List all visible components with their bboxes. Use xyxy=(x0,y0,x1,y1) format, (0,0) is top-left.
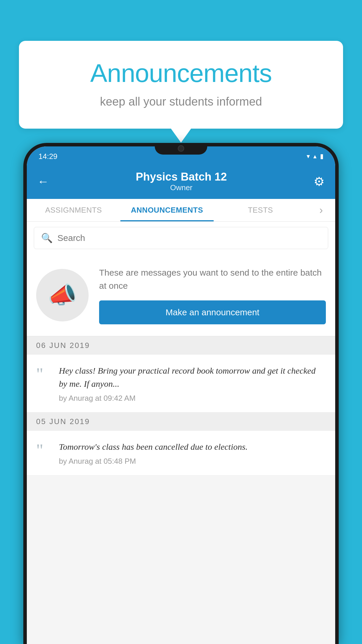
date-separator-2: 05 JUN 2019 xyxy=(27,412,335,431)
announcement-content-1: Hey class! Bring your practical record b… xyxy=(59,364,326,403)
announcement-item-2: " Tomorrow's class has been cancelled du… xyxy=(27,431,335,475)
make-announcement-button[interactable]: Make an announcement xyxy=(99,300,326,324)
speech-bubble-section: Announcements keep all your students inf… xyxy=(19,41,343,129)
megaphone-icon: 📣 xyxy=(48,281,77,309)
announcement-text-2: Tomorrow's class has been cancelled due … xyxy=(59,440,326,453)
battery-icon: ▮ xyxy=(320,153,324,160)
speech-bubble: Announcements keep all your students inf… xyxy=(19,41,343,129)
header-subtitle: Owner xyxy=(136,183,227,192)
bubble-title: Announcements xyxy=(39,58,323,88)
date-separator-1: 06 JUN 2019 xyxy=(27,336,335,355)
status-icons: ▾ ▴ ▮ xyxy=(307,153,324,160)
camera-notch xyxy=(178,145,184,152)
search-container: 🔍 xyxy=(27,222,335,254)
wifi-icon: ▾ xyxy=(307,153,310,160)
bubble-subtitle: keep all your students informed xyxy=(39,95,323,108)
quote-icon-2: " xyxy=(36,441,51,459)
promo-description: These are messages you want to send to t… xyxy=(99,266,326,292)
header-title: Physics Batch 12 xyxy=(136,171,227,183)
promo-icon-circle: 📣 xyxy=(36,269,89,321)
quote-icon-1: " xyxy=(36,365,51,383)
tab-announcements[interactable]: ANNOUNCEMENTS xyxy=(120,199,214,221)
announcement-meta-1: by Anurag at 09:42 AM xyxy=(59,394,326,403)
tab-more[interactable]: › xyxy=(307,199,335,221)
tab-tests[interactable]: TESTS xyxy=(214,199,307,221)
announcement-text-1: Hey class! Bring your practical record b… xyxy=(59,364,326,390)
settings-icon[interactable]: ⚙ xyxy=(314,174,325,189)
phone-notch xyxy=(155,143,207,155)
announcement-meta-2: by Anurag at 05:48 PM xyxy=(59,457,326,466)
search-icon: 🔍 xyxy=(41,232,53,244)
header-title-group: Physics Batch 12 Owner xyxy=(136,171,227,192)
announcement-promo: 📣 These are messages you want to send to… xyxy=(27,254,335,336)
signal-icon: ▴ xyxy=(313,153,317,160)
announcement-content-2: Tomorrow's class has been cancelled due … xyxy=(59,440,326,466)
app-header: ← Physics Batch 12 Owner ⚙ xyxy=(27,164,335,199)
promo-content: These are messages you want to send to t… xyxy=(99,266,326,324)
tab-assignments[interactable]: ASSIGNMENTS xyxy=(27,199,120,221)
status-time: 14:29 xyxy=(38,152,57,161)
phone-screen: 14:29 ▾ ▴ ▮ ← Physics Batch 12 Owner ⚙ A… xyxy=(27,146,335,644)
announcement-item-1: " Hey class! Bring your practical record… xyxy=(27,355,335,412)
back-button[interactable]: ← xyxy=(37,175,49,188)
tab-bar: ASSIGNMENTS ANNOUNCEMENTS TESTS › xyxy=(27,199,335,222)
phone-frame: 14:29 ▾ ▴ ▮ ← Physics Batch 12 Owner ⚙ A… xyxy=(23,143,339,644)
search-input[interactable] xyxy=(57,233,321,243)
search-bar[interactable]: 🔍 xyxy=(34,227,328,249)
